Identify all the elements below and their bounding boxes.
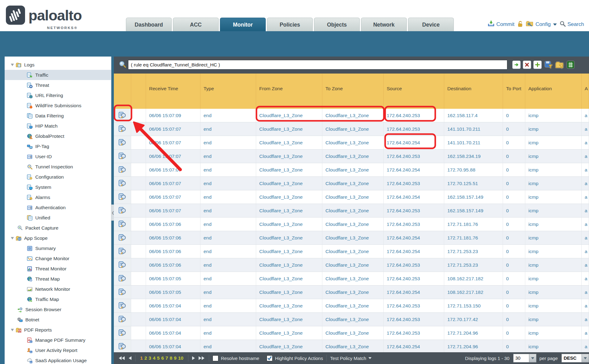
sort-order-dropdown-button[interactable]: [582, 354, 589, 362]
cell-application[interactable]: icmp: [525, 299, 582, 313]
column-header-flag[interactable]: [131, 74, 146, 109]
cell-type[interactable]: end: [200, 245, 256, 258]
per-page-select[interactable]: 30: [513, 354, 536, 362]
cell-application[interactable]: icmp: [525, 218, 582, 231]
cell-action[interactable]: a: [582, 313, 589, 326]
cell-from-zone[interactable]: Cloudflare_L3_Zone: [256, 326, 322, 340]
search-button[interactable]: Search: [560, 21, 584, 28]
cell-receive-time[interactable]: 06/06 15:07:06: [146, 245, 200, 258]
cell-to-port[interactable]: 0: [503, 136, 525, 150]
column-header-application[interactable]: Application: [525, 74, 582, 109]
cell-source[interactable]: 172.64.240.254: [384, 190, 444, 204]
tab-objects[interactable]: Objects: [314, 18, 360, 31]
add-filter-button[interactable]: [533, 61, 542, 69]
cell-to-zone[interactable]: Cloudflare_L3_Zone: [322, 313, 384, 326]
cell-source[interactable]: 172.64.240.253: [384, 258, 444, 272]
cell-source[interactable]: 172.64.240.253: [384, 150, 444, 163]
cell-source[interactable]: 172.64.240.253: [384, 122, 444, 136]
cell-to-zone[interactable]: Cloudflare_L3_Zone: [322, 299, 384, 313]
cell-to-zone[interactable]: Cloudflare_L3_Zone: [322, 340, 384, 353]
cell-from-zone[interactable]: Cloudflare_L3_Zone: [256, 122, 322, 136]
cell-receive-time[interactable]: 06/06 15:07:06: [146, 231, 200, 245]
cell-to-port[interactable]: 0: [503, 109, 525, 122]
sidebar-item-packet-capture[interactable]: Packet Capture: [5, 223, 111, 233]
cell-type[interactable]: end: [200, 122, 256, 136]
cell-destination[interactable]: 162.158.117.4: [444, 109, 503, 122]
cell-application[interactable]: icmp: [525, 204, 582, 218]
cell-type[interactable]: end: [200, 163, 256, 177]
last-page-icon[interactable]: [198, 356, 205, 360]
cell-to-zone[interactable]: Cloudflare_L3_Zone: [322, 204, 384, 218]
cell-action[interactable]: a: [582, 122, 589, 136]
cell-source[interactable]: 172.64.240.253: [384, 272, 444, 286]
log-detail-magnifier-icon[interactable]: [114, 299, 131, 313]
cell-to-zone[interactable]: Cloudflare_L3_Zone: [322, 177, 384, 190]
sidebar-item-change-monitor[interactable]: Change Monitor: [5, 253, 111, 264]
cell-action[interactable]: a: [582, 136, 589, 150]
apply-filter-button[interactable]: [512, 61, 521, 69]
cell-destination[interactable]: 162.158.234.19: [444, 150, 503, 163]
expand-triangle-icon[interactable]: [10, 329, 15, 331]
cell-to-zone[interactable]: Cloudflare_L3_Zone: [322, 245, 384, 258]
sidebar-item-ip-tag[interactable]: IP-Tag: [5, 141, 111, 151]
cell-application[interactable]: icmp: [525, 340, 582, 353]
cell-to-port[interactable]: 0: [503, 272, 525, 286]
log-row[interactable]: 06/06 15:07:04endCloudflare_L3_ZoneCloud…: [114, 326, 589, 340]
log-detail-magnifier-icon[interactable]: [114, 122, 131, 136]
cell-application[interactable]: icmp: [525, 122, 582, 136]
log-detail-magnifier-icon[interactable]: [114, 231, 131, 245]
cell-source[interactable]: 172.64.240.253: [384, 204, 444, 218]
lock-icon[interactable]: [517, 21, 523, 28]
cell-type[interactable]: end: [200, 258, 256, 272]
cell-type[interactable]: end: [200, 150, 256, 163]
prev-page-icon[interactable]: [128, 356, 132, 360]
cell-from-zone[interactable]: Cloudflare_L3_Zone: [256, 340, 322, 353]
cell-application[interactable]: icmp: [525, 272, 582, 286]
cell-destination[interactable]: 162.158.157.149: [444, 204, 503, 218]
column-header-destination[interactable]: Destination: [444, 74, 503, 109]
log-row[interactable]: 06/06 15:07:07endCloudflare_L3_ZoneCloud…: [114, 177, 589, 190]
cell-to-port[interactable]: 0: [503, 190, 525, 204]
resolve-hostname-checkbox[interactable]: [213, 355, 218, 361]
sidebar-item-unified[interactable]: Unified: [5, 213, 111, 223]
cell-to-port[interactable]: 0: [503, 204, 525, 218]
cell-application[interactable]: icmp: [525, 313, 582, 326]
log-filter-input[interactable]: [128, 60, 507, 70]
export-logs-icon[interactable]: [566, 61, 575, 69]
load-filter-icon[interactable]: [555, 61, 564, 69]
cell-action[interactable]: a: [582, 150, 589, 163]
log-row[interactable]: 06/06 15:07:04endCloudflare_L3_ZoneCloud…: [114, 313, 589, 326]
cell-source[interactable]: 172.64.240.254: [384, 136, 444, 150]
cell-action[interactable]: a: [582, 272, 589, 286]
log-row[interactable]: 06/06 15:07:07endCloudflare_L3_ZoneCloud…: [114, 150, 589, 163]
log-row[interactable]: 06/06 15:07:06endCloudflare_L3_ZoneCloud…: [114, 218, 589, 231]
cell-source[interactable]: 172.64.240.254: [384, 231, 444, 245]
cell-from-zone[interactable]: Cloudflare_L3_Zone: [256, 245, 322, 258]
cell-from-zone[interactable]: Cloudflare_L3_Zone: [256, 190, 322, 204]
page-number-8[interactable]: 8: [170, 355, 172, 361]
cell-type[interactable]: end: [200, 272, 256, 286]
cell-to-port[interactable]: 0: [503, 258, 525, 272]
cell-from-zone[interactable]: Cloudflare_L3_Zone: [256, 136, 322, 150]
page-number-10[interactable]: 10: [178, 355, 183, 361]
cell-from-zone[interactable]: Cloudflare_L3_Zone: [256, 313, 322, 326]
cell-to-port[interactable]: 0: [503, 299, 525, 313]
cell-action[interactable]: a: [582, 286, 589, 299]
page-number-9[interactable]: 9: [174, 355, 177, 361]
cell-receive-time[interactable]: 06/06 15:07:07: [146, 177, 200, 190]
cell-receive-time[interactable]: 06/06 15:07:04: [146, 313, 200, 326]
column-header-to-zone[interactable]: To Zone: [322, 74, 384, 109]
sidebar-item-threat-map[interactable]: Threat Map: [5, 274, 111, 284]
column-header-detail[interactable]: [114, 74, 131, 109]
cell-type[interactable]: end: [200, 204, 256, 218]
clear-filter-button[interactable]: [523, 61, 531, 69]
cell-to-port[interactable]: 0: [503, 122, 525, 136]
column-header-from-zone[interactable]: From Zone: [256, 74, 322, 109]
log-row[interactable]: 06/06 15:07:06endCloudflare_L3_ZoneCloud…: [114, 245, 589, 258]
cell-to-port[interactable]: 0: [503, 326, 525, 340]
cell-type[interactable]: end: [200, 286, 256, 299]
cell-from-zone[interactable]: Cloudflare_L3_Zone: [256, 218, 322, 231]
cell-receive-time[interactable]: 06/06 15:07:07: [146, 150, 200, 163]
log-row[interactable]: 06/06 15:07:04endCloudflare_L3_ZoneCloud…: [114, 299, 589, 313]
cell-source[interactable]: 172.64.240.254: [384, 245, 444, 258]
